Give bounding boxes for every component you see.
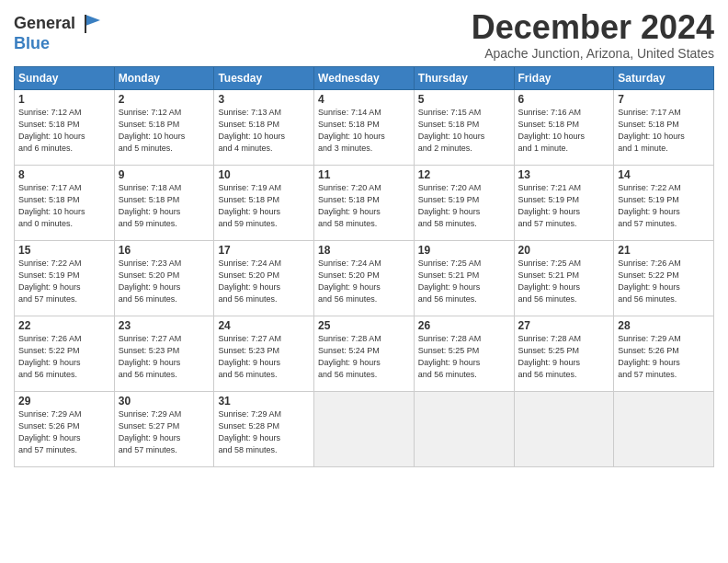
day-cell	[314, 391, 415, 466]
logo-flag-icon	[82, 13, 104, 35]
month-title: December 2024	[472, 9, 714, 46]
location-text: Apache Junction, Arizona, United States	[472, 46, 714, 61]
day-cell: 11Sunrise: 7:20 AM Sunset: 5:18 PM Dayli…	[314, 165, 415, 240]
day-info: Sunrise: 7:23 AM Sunset: 5:20 PM Dayligh…	[119, 258, 210, 305]
day-cell: 7Sunrise: 7:17 AM Sunset: 5:18 PM Daylig…	[614, 89, 714, 165]
day-info: Sunrise: 7:29 AM Sunset: 5:28 PM Dayligh…	[218, 408, 310, 456]
title-block: December 2024 Apache Junction, Arizona, …	[472, 9, 714, 61]
day-number: 27	[518, 319, 610, 332]
day-cell: 19Sunrise: 7:25 AM Sunset: 5:21 PM Dayli…	[414, 240, 514, 316]
week-row-4: 22Sunrise: 7:26 AM Sunset: 5:22 PM Dayli…	[15, 316, 714, 391]
day-info: Sunrise: 7:29 AM Sunset: 5:27 PM Dayligh…	[119, 408, 210, 456]
day-info: Sunrise: 7:28 AM Sunset: 5:25 PM Dayligh…	[518, 333, 610, 381]
day-cell: 12Sunrise: 7:20 AM Sunset: 5:19 PM Dayli…	[414, 165, 514, 240]
day-number: 21	[618, 244, 710, 257]
day-cell: 28Sunrise: 7:29 AM Sunset: 5:26 PM Dayli…	[614, 316, 714, 391]
day-cell: 5Sunrise: 7:15 AM Sunset: 5:18 PM Daylig…	[414, 89, 514, 165]
day-cell: 20Sunrise: 7:25 AM Sunset: 5:21 PM Dayli…	[514, 240, 614, 316]
day-number: 29	[18, 395, 110, 408]
day-number: 6	[518, 93, 610, 106]
day-info: Sunrise: 7:26 AM Sunset: 5:22 PM Dayligh…	[18, 333, 110, 381]
day-number: 14	[618, 168, 710, 181]
day-cell: 31Sunrise: 7:29 AM Sunset: 5:28 PM Dayli…	[214, 391, 314, 466]
day-cell: 2Sunrise: 7:12 AM Sunset: 5:18 PM Daylig…	[114, 89, 214, 165]
header: General Blue December 2024 Apache Juncti…	[14, 9, 714, 61]
day-number: 12	[418, 168, 510, 181]
day-cell: 24Sunrise: 7:27 AM Sunset: 5:23 PM Dayli…	[214, 316, 314, 391]
day-cell: 26Sunrise: 7:28 AM Sunset: 5:25 PM Dayli…	[414, 316, 514, 391]
day-cell: 3Sunrise: 7:13 AM Sunset: 5:18 PM Daylig…	[214, 89, 314, 165]
day-number: 28	[618, 319, 710, 332]
day-number: 25	[318, 319, 410, 332]
header-friday: Friday	[514, 66, 614, 89]
day-cell: 23Sunrise: 7:27 AM Sunset: 5:23 PM Dayli…	[114, 316, 214, 391]
day-cell: 10Sunrise: 7:19 AM Sunset: 5:18 PM Dayli…	[214, 165, 314, 240]
header-wednesday: Wednesday	[314, 66, 415, 89]
day-cell: 30Sunrise: 7:29 AM Sunset: 5:27 PM Dayli…	[114, 391, 214, 466]
day-cell: 29Sunrise: 7:29 AM Sunset: 5:26 PM Dayli…	[15, 391, 115, 466]
day-cell: 27Sunrise: 7:28 AM Sunset: 5:25 PM Dayli…	[514, 316, 614, 391]
day-info: Sunrise: 7:29 AM Sunset: 5:26 PM Dayligh…	[618, 333, 710, 381]
day-info: Sunrise: 7:18 AM Sunset: 5:18 PM Dayligh…	[119, 182, 210, 230]
day-info: Sunrise: 7:24 AM Sunset: 5:20 PM Dayligh…	[218, 258, 310, 305]
day-info: Sunrise: 7:25 AM Sunset: 5:21 PM Dayligh…	[518, 258, 610, 305]
day-cell: 8Sunrise: 7:17 AM Sunset: 5:18 PM Daylig…	[15, 165, 115, 240]
calendar-table: SundayMondayTuesdayWednesdayThursdayFrid…	[14, 66, 714, 467]
day-number: 17	[218, 244, 310, 257]
day-number: 30	[119, 395, 210, 408]
day-cell	[514, 391, 614, 466]
day-info: Sunrise: 7:22 AM Sunset: 5:19 PM Dayligh…	[18, 258, 110, 305]
day-info: Sunrise: 7:20 AM Sunset: 5:19 PM Dayligh…	[418, 182, 510, 230]
day-info: Sunrise: 7:19 AM Sunset: 5:18 PM Dayligh…	[218, 182, 310, 230]
day-cell: 13Sunrise: 7:21 AM Sunset: 5:19 PM Dayli…	[514, 165, 614, 240]
day-number: 20	[518, 244, 610, 257]
day-number: 1	[18, 93, 110, 106]
svg-rect-1	[85, 15, 86, 33]
week-row-2: 8Sunrise: 7:17 AM Sunset: 5:18 PM Daylig…	[15, 165, 714, 240]
logo-general-text: General	[14, 14, 75, 32]
day-cell: 4Sunrise: 7:14 AM Sunset: 5:18 PM Daylig…	[314, 89, 415, 165]
week-row-1: 1Sunrise: 7:12 AM Sunset: 5:18 PM Daylig…	[15, 89, 714, 165]
day-info: Sunrise: 7:13 AM Sunset: 5:18 PM Dayligh…	[218, 107, 310, 155]
day-cell: 15Sunrise: 7:22 AM Sunset: 5:19 PM Dayli…	[15, 240, 115, 316]
week-row-5: 29Sunrise: 7:29 AM Sunset: 5:26 PM Dayli…	[15, 391, 714, 466]
calendar-header-row: SundayMondayTuesdayWednesdayThursdayFrid…	[15, 66, 714, 89]
header-sunday: Sunday	[15, 66, 115, 89]
day-number: 13	[518, 168, 610, 181]
day-cell: 21Sunrise: 7:26 AM Sunset: 5:22 PM Dayli…	[614, 240, 714, 316]
day-info: Sunrise: 7:27 AM Sunset: 5:23 PM Dayligh…	[119, 333, 210, 381]
svg-marker-0	[85, 15, 100, 26]
day-info: Sunrise: 7:22 AM Sunset: 5:19 PM Dayligh…	[618, 182, 710, 230]
day-info: Sunrise: 7:24 AM Sunset: 5:20 PM Dayligh…	[318, 258, 410, 305]
week-row-3: 15Sunrise: 7:22 AM Sunset: 5:19 PM Dayli…	[15, 240, 714, 316]
header-saturday: Saturday	[614, 66, 714, 89]
day-info: Sunrise: 7:16 AM Sunset: 5:18 PM Dayligh…	[518, 107, 610, 155]
day-cell: 22Sunrise: 7:26 AM Sunset: 5:22 PM Dayli…	[15, 316, 115, 391]
day-number: 8	[18, 168, 110, 181]
day-info: Sunrise: 7:17 AM Sunset: 5:18 PM Dayligh…	[18, 182, 110, 230]
day-number: 23	[119, 319, 210, 332]
day-info: Sunrise: 7:27 AM Sunset: 5:23 PM Dayligh…	[218, 333, 310, 381]
day-cell	[614, 391, 714, 466]
day-number: 24	[218, 319, 310, 332]
day-info: Sunrise: 7:15 AM Sunset: 5:18 PM Dayligh…	[418, 107, 510, 155]
day-info: Sunrise: 7:26 AM Sunset: 5:22 PM Dayligh…	[618, 258, 710, 305]
day-info: Sunrise: 7:14 AM Sunset: 5:18 PM Dayligh…	[318, 107, 410, 155]
day-number: 9	[119, 168, 210, 181]
day-number: 19	[418, 244, 510, 257]
header-tuesday: Tuesday	[214, 66, 314, 89]
day-info: Sunrise: 7:20 AM Sunset: 5:18 PM Dayligh…	[318, 182, 410, 230]
day-info: Sunrise: 7:12 AM Sunset: 5:18 PM Dayligh…	[18, 107, 110, 155]
day-info: Sunrise: 7:17 AM Sunset: 5:18 PM Dayligh…	[618, 107, 710, 155]
day-info: Sunrise: 7:28 AM Sunset: 5:24 PM Dayligh…	[318, 333, 410, 381]
day-number: 26	[418, 319, 510, 332]
day-number: 22	[18, 319, 110, 332]
header-thursday: Thursday	[414, 66, 514, 89]
day-number: 7	[618, 93, 710, 106]
day-info: Sunrise: 7:28 AM Sunset: 5:25 PM Dayligh…	[418, 333, 510, 381]
day-info: Sunrise: 7:29 AM Sunset: 5:26 PM Dayligh…	[18, 408, 110, 456]
day-number: 4	[318, 93, 410, 106]
day-cell: 18Sunrise: 7:24 AM Sunset: 5:20 PM Dayli…	[314, 240, 415, 316]
day-cell	[414, 391, 514, 466]
header-monday: Monday	[114, 66, 214, 89]
